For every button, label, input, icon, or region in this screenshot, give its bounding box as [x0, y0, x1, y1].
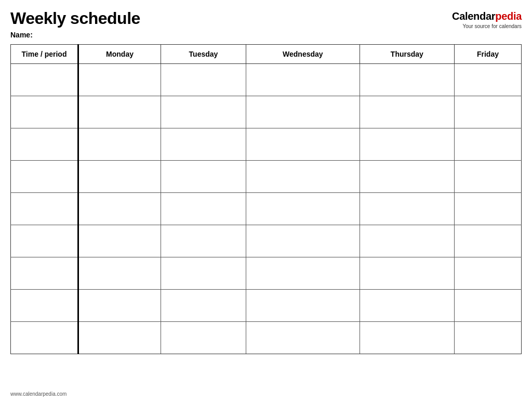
day-cell[interactable]: [360, 64, 454, 96]
day-cell[interactable]: [246, 322, 360, 354]
day-cell[interactable]: [161, 64, 246, 96]
day-cell[interactable]: [161, 322, 246, 354]
time-cell[interactable]: [11, 64, 78, 96]
title-block: Weekly schedule Name:: [10, 9, 140, 39]
day-cell[interactable]: [246, 290, 360, 322]
table-row: [11, 96, 522, 128]
day-cell[interactable]: [161, 290, 246, 322]
day-cell[interactable]: [454, 322, 521, 354]
table-row: [11, 225, 522, 257]
day-cell[interactable]: [360, 96, 454, 128]
table-body: [11, 64, 522, 354]
day-cell[interactable]: [246, 161, 360, 193]
day-cell[interactable]: [246, 257, 360, 290]
col-header-friday: Friday: [454, 45, 521, 64]
footer: www.calendarpedia.com: [10, 391, 66, 397]
day-cell[interactable]: [454, 257, 521, 290]
time-cell[interactable]: [11, 128, 78, 161]
day-cell[interactable]: [360, 128, 454, 161]
time-cell[interactable]: [11, 322, 78, 354]
time-cell[interactable]: [11, 257, 78, 290]
col-header-time: Time / period: [11, 45, 78, 64]
day-cell[interactable]: [161, 128, 246, 161]
col-header-tuesday: Tuesday: [161, 45, 246, 64]
day-cell[interactable]: [78, 96, 161, 128]
time-cell[interactable]: [11, 193, 78, 225]
logo-tagline: Your source for calendars: [452, 23, 522, 30]
logo-calendar-part: Calendar: [452, 10, 495, 22]
day-cell[interactable]: [78, 128, 161, 161]
day-cell[interactable]: [360, 257, 454, 290]
table-row: [11, 161, 522, 193]
table-row: [11, 257, 522, 290]
day-cell[interactable]: [454, 225, 521, 257]
table-row: [11, 193, 522, 225]
day-cell[interactable]: [161, 96, 246, 128]
table-row: [11, 290, 522, 322]
day-cell[interactable]: [161, 193, 246, 225]
day-cell[interactable]: [246, 225, 360, 257]
day-cell[interactable]: [360, 322, 454, 354]
day-cell[interactable]: [454, 64, 521, 96]
day-cell[interactable]: [246, 96, 360, 128]
day-cell[interactable]: [78, 257, 161, 290]
table-row: [11, 128, 522, 161]
day-cell[interactable]: [360, 161, 454, 193]
table-header-row: Time / period Monday Tuesday Wednesday T…: [11, 45, 522, 64]
col-header-wednesday: Wednesday: [246, 45, 360, 64]
logo-text: Calendarpedia: [452, 9, 522, 23]
day-cell[interactable]: [454, 193, 521, 225]
page-title: Weekly schedule: [10, 9, 140, 28]
day-cell[interactable]: [246, 128, 360, 161]
day-cell[interactable]: [161, 257, 246, 290]
time-cell[interactable]: [11, 96, 78, 128]
logo-block: Calendarpedia Your source for calendars: [452, 9, 522, 30]
day-cell[interactable]: [78, 290, 161, 322]
table-row: [11, 322, 522, 354]
day-cell[interactable]: [454, 96, 521, 128]
day-cell[interactable]: [360, 225, 454, 257]
col-header-thursday: Thursday: [360, 45, 454, 64]
schedule-table: Time / period Monday Tuesday Wednesday T…: [10, 44, 522, 354]
day-cell[interactable]: [454, 128, 521, 161]
day-cell[interactable]: [78, 322, 161, 354]
day-cell[interactable]: [78, 64, 161, 96]
day-cell[interactable]: [246, 193, 360, 225]
day-cell[interactable]: [78, 161, 161, 193]
logo-pedia-part: pedia: [495, 10, 522, 22]
header-area: Weekly schedule Name: Calendarpedia Your…: [10, 9, 522, 39]
day-cell[interactable]: [78, 225, 161, 257]
footer-url: www.calendarpedia.com: [10, 391, 66, 397]
day-cell[interactable]: [161, 161, 246, 193]
time-cell[interactable]: [11, 225, 78, 257]
day-cell[interactable]: [161, 225, 246, 257]
day-cell[interactable]: [454, 161, 521, 193]
day-cell[interactable]: [78, 193, 161, 225]
day-cell[interactable]: [454, 290, 521, 322]
table-row: [11, 64, 522, 96]
day-cell[interactable]: [360, 193, 454, 225]
time-cell[interactable]: [11, 161, 78, 193]
col-header-monday: Monday: [78, 45, 161, 64]
page: Weekly schedule Name: Calendarpedia Your…: [0, 0, 532, 402]
day-cell[interactable]: [360, 290, 454, 322]
day-cell[interactable]: [246, 64, 360, 96]
time-cell[interactable]: [11, 290, 78, 322]
name-label: Name:: [10, 31, 140, 39]
